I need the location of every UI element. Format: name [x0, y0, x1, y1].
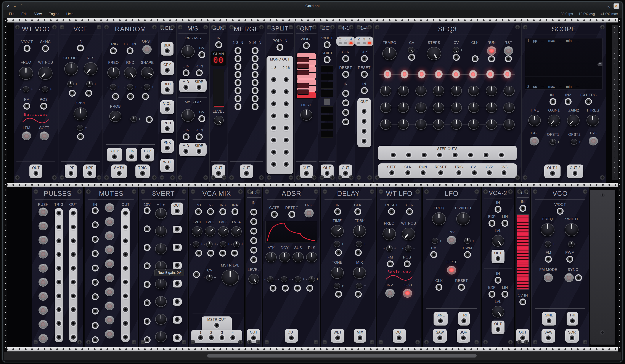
output-jack[interactable]	[145, 154, 150, 159]
led-button[interactable]	[530, 137, 538, 145]
trim-knob[interactable]	[281, 276, 287, 282]
jack-port[interactable]	[57, 224, 61, 229]
output-jack[interactable]	[468, 153, 473, 157]
knob[interactable]	[415, 102, 427, 113]
black-key[interactable]	[297, 89, 309, 95]
led-button[interactable]	[106, 302, 114, 310]
jack-port[interactable]	[71, 294, 76, 298]
output-jack[interactable]	[484, 153, 489, 157]
jack-port[interactable]	[93, 309, 97, 313]
menu-item-help[interactable]: Help	[65, 12, 74, 16]
trim-knob[interactable]	[206, 241, 213, 247]
module-vca[interactable]: VCAINCV INOUT	[516, 187, 530, 347]
jack-port[interactable]	[253, 48, 257, 53]
jack-port[interactable]	[236, 88, 240, 93]
jack-port[interactable]	[271, 138, 276, 142]
output-jack[interactable]	[165, 146, 170, 150]
jack-port[interactable]	[123, 335, 128, 339]
black-key[interactable]	[297, 83, 309, 88]
jack-port[interactable]	[220, 251, 225, 255]
knob[interactable]	[433, 85, 444, 96]
jack-port[interactable]	[93, 323, 97, 328]
knob[interactable]	[415, 119, 427, 130]
jack-port[interactable]	[284, 89, 289, 94]
knob[interactable]	[503, 85, 515, 96]
trim-knob[interactable]	[144, 84, 150, 90]
jack-port[interactable]	[197, 70, 202, 75]
jack-port[interactable]	[389, 209, 394, 214]
jack-port[interactable]	[145, 319, 150, 324]
led-button[interactable]	[23, 132, 31, 140]
output-jack[interactable]	[69, 171, 73, 176]
jack-port[interactable]	[111, 48, 116, 53]
jack-port[interactable]	[407, 209, 412, 214]
trim-knob[interactable]	[86, 81, 93, 87]
trim-knob[interactable]	[42, 86, 48, 92]
jack-port[interactable]	[271, 162, 276, 167]
led-button[interactable]	[504, 47, 512, 55]
jack-port[interactable]	[289, 212, 294, 217]
knob[interactable]	[192, 226, 202, 236]
output-jack[interactable]	[165, 126, 170, 131]
knob[interactable]	[155, 226, 167, 236]
jack-port[interactable]	[57, 211, 61, 216]
jack-port[interactable]	[421, 170, 426, 175]
knob[interactable]	[432, 212, 446, 225]
jack-port[interactable]	[236, 48, 240, 53]
led-button[interactable]	[39, 292, 47, 300]
trim-knob[interactable]	[110, 84, 116, 90]
menu-item-edit[interactable]: Edit	[21, 12, 28, 16]
led-button[interactable]	[448, 236, 456, 244]
jack-port[interactable]	[25, 104, 29, 109]
jack-port[interactable]	[489, 56, 494, 61]
knob[interactable]	[74, 108, 87, 120]
led-button[interactable]	[589, 137, 597, 145]
trim-knob[interactable]	[432, 238, 438, 244]
knob[interactable]	[107, 67, 120, 79]
module-4-1[interactable]: 4-1234CLKRESETINOUT	[336, 23, 355, 183]
jack-port[interactable]	[253, 88, 257, 93]
jack-port[interactable]	[487, 170, 492, 175]
jack-port[interactable]	[502, 221, 507, 226]
black-key[interactable]	[297, 70, 309, 75]
jack-port[interactable]	[57, 294, 61, 298]
led-button[interactable]	[544, 274, 552, 281]
led-button[interactable]	[106, 330, 114, 338]
module-vca-mix[interactable]: VCA MIXIN1IN2IN3IN4LVL1LVL2LVL3LVL4-+-+-…	[189, 187, 244, 347]
jack-port[interactable]	[232, 251, 237, 255]
jack-port[interactable]	[196, 209, 201, 214]
jack-port[interactable]	[147, 117, 152, 122]
rack-area[interactable]: WT VCOV/OCTSYNCFREQWT POS-+-+FMPOSBasic.…	[4, 18, 621, 352]
octave-cell[interactable]	[321, 131, 333, 138]
led-button[interactable]	[39, 279, 47, 286]
jack-port[interactable]	[236, 64, 240, 69]
output-jack[interactable]	[406, 153, 411, 157]
trim-knob[interactable]	[356, 283, 362, 289]
jack-port[interactable]	[251, 238, 256, 243]
jack-port[interactable]	[253, 104, 257, 109]
output-jack[interactable]	[117, 171, 122, 176]
knob[interactable]	[567, 114, 580, 126]
led-button-lit[interactable]	[488, 47, 496, 55]
jack-port[interactable]	[145, 337, 150, 342]
octave-cell-selected[interactable]	[324, 98, 330, 105]
jack-port[interactable]	[251, 229, 256, 233]
menu-item-file[interactable]: File	[8, 12, 15, 16]
output-jack[interactable]	[175, 335, 180, 340]
trim-knob[interactable]	[206, 275, 213, 280]
jack-port[interactable]	[199, 116, 204, 121]
jack-port[interactable]	[196, 251, 201, 255]
module-sum[interactable]: SUMINCHAN00LEVELOUT	[209, 23, 228, 183]
knob[interactable]	[415, 85, 427, 96]
module-m-s[interactable]: M/SL/R - M/SCVL INR INMIDSIDEM/S - L/RCV…	[176, 23, 209, 183]
module-seq3[interactable]: SEQ3TEMPOCV-+STEPSCV-+CLKRUNRSTSTEP OUTS…	[374, 23, 521, 183]
jack-port[interactable]	[284, 126, 289, 130]
jack-port[interactable]	[502, 170, 506, 175]
led-button[interactable]	[106, 218, 114, 225]
jack-port[interactable]	[356, 292, 361, 297]
jack-port[interactable]	[325, 57, 329, 62]
output-jack[interactable]	[165, 48, 170, 53]
octave-cell[interactable]	[321, 90, 333, 97]
output-jack[interactable]	[325, 171, 329, 176]
led-button[interactable]	[106, 288, 114, 296]
